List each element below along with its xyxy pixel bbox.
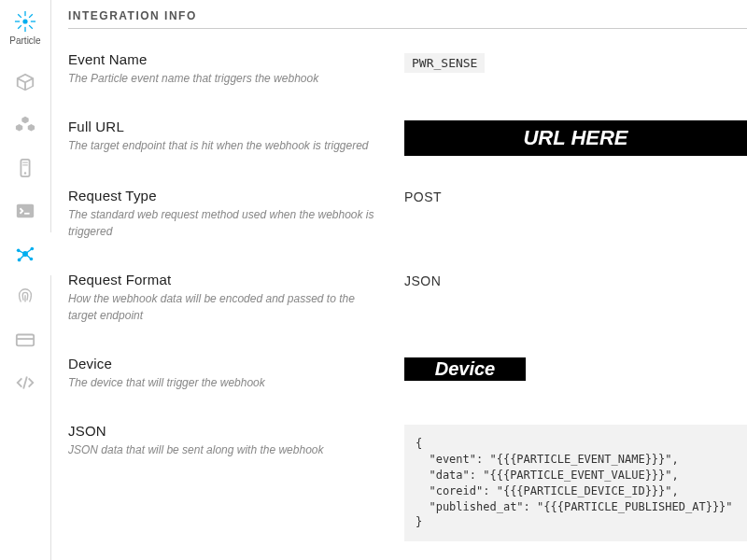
nav-console[interactable]	[0, 189, 51, 232]
field-event-name: Event Name The Particle event name that …	[68, 51, 747, 87]
nav-products[interactable]	[0, 61, 51, 104]
svg-rect-14	[24, 213, 30, 215]
field-request-format: Request Format How the webhook data will…	[68, 272, 747, 324]
field-desc: The target endpoint that is hit when the…	[68, 138, 386, 154]
fingerprint-icon	[15, 287, 35, 307]
nav-auth[interactable]	[0, 275, 51, 318]
section-title: INTEGRATION INFO	[68, 9, 747, 29]
code-icon	[15, 372, 35, 393]
cubes-icon	[15, 115, 35, 135]
json-payload: { "event": "{{{PARTICLE_EVENT_NAME}}}", …	[404, 425, 747, 541]
device-value-banner: Device	[404, 357, 526, 381]
svg-rect-21	[17, 338, 34, 340]
svg-rect-8	[29, 25, 34, 30]
field-label: Request Type	[68, 188, 386, 203]
svg-point-0	[22, 19, 27, 23]
svg-rect-5	[29, 14, 34, 19]
request-format-value: JSON	[404, 273, 441, 288]
field-desc: The device that will trigger the webhook	[68, 375, 386, 391]
field-desc: JSON data that will be sent along with t…	[68, 442, 386, 458]
field-device: Device The device that will trigger the …	[68, 356, 747, 391]
field-label: JSON	[68, 423, 386, 439]
terminal-icon	[15, 201, 35, 221]
integrations-icon	[15, 244, 35, 264]
nav-cellular[interactable]	[0, 147, 51, 189]
phone-icon	[15, 158, 35, 178]
field-desc: How the webhook data will be encoded and…	[68, 291, 386, 324]
main-content: INTEGRATION INFO Event Name The Particle…	[51, 0, 747, 560]
card-icon	[15, 329, 35, 350]
url-value-banner: URL HERE	[404, 120, 747, 156]
spark-icon	[13, 9, 37, 34]
svg-point-10	[24, 172, 26, 174]
nav-code[interactable]	[0, 361, 51, 404]
sidebar: Particle	[0, 0, 51, 560]
nav-integrations[interactable]	[0, 232, 51, 275]
nav-billing[interactable]	[0, 318, 51, 361]
field-label: Device	[68, 356, 386, 371]
svg-rect-6	[18, 25, 22, 30]
field-full-url: Full URL The target endpoint that is hit…	[68, 119, 747, 156]
svg-rect-11	[22, 162, 28, 163]
field-json: JSON JSON data that will be sent along w…	[68, 423, 747, 541]
field-request-type: Request Type The standard web request me…	[68, 188, 747, 240]
request-type-value: POST	[404, 189, 442, 204]
nav-devices[interactable]	[0, 104, 51, 147]
brand-name: Particle	[9, 35, 40, 46]
field-desc: The Particle event name that triggers th…	[68, 71, 386, 87]
svg-rect-2	[24, 27, 25, 32]
svg-rect-4	[31, 21, 35, 21]
svg-rect-7	[18, 14, 22, 19]
app-root: Particle	[0, 0, 747, 560]
svg-rect-20	[17, 335, 34, 346]
field-desc: The standard web request method used whe…	[68, 207, 386, 240]
field-label: Full URL	[68, 119, 386, 134]
field-label: Request Format	[68, 272, 386, 287]
brand-logo[interactable]: Particle	[9, 9, 40, 46]
svg-rect-13	[17, 204, 34, 218]
field-label: Event Name	[68, 51, 386, 67]
box-icon	[15, 72, 35, 92]
event-name-value: PWR_SENSE	[404, 53, 485, 73]
svg-rect-12	[22, 164, 28, 165]
svg-rect-1	[24, 11, 25, 16]
svg-rect-3	[15, 21, 20, 21]
